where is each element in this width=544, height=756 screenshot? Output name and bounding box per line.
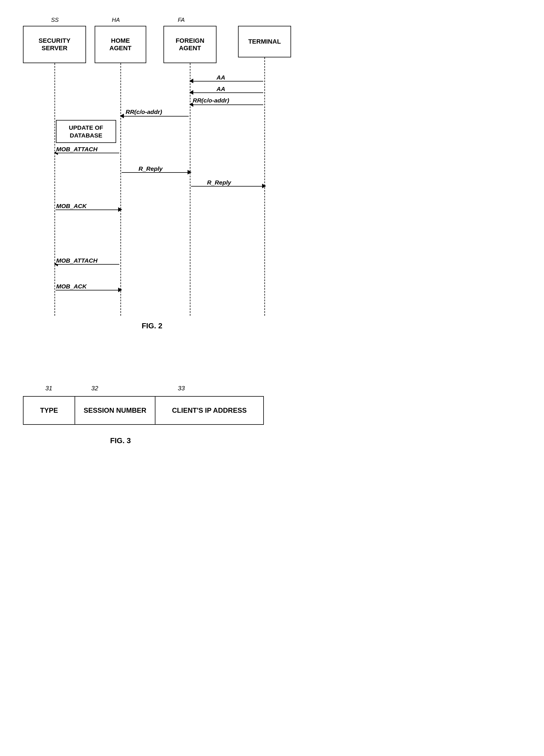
foreign-agent-box: FOREIGNAGENT xyxy=(164,26,217,63)
r-reply-1-head xyxy=(188,170,192,175)
r-reply-2-label: R_Reply xyxy=(207,179,231,186)
fig3-session-cell: SESSION NUMBER xyxy=(75,396,155,425)
mob-ack-2-line xyxy=(56,290,119,290)
rr-ha-line xyxy=(122,116,189,117)
ha-dashed-line xyxy=(121,63,121,316)
security-server-box: SECURITYSERVER xyxy=(23,26,86,63)
rr-ha-label: RR(c/o-addr) xyxy=(126,108,162,115)
fig3-clients-ip-label: CLIENT'S IP ADDRESS xyxy=(172,406,247,414)
foreign-agent-label: FOREIGNAGENT xyxy=(176,37,204,52)
rr-fa-terminal-line xyxy=(191,104,263,105)
fig3-num-33: 33 xyxy=(178,385,185,392)
mob-attach-2-line xyxy=(56,264,119,265)
fa-dashed-line xyxy=(190,63,191,316)
ha-tick-label: HA xyxy=(112,17,120,23)
r-reply-1-line xyxy=(122,172,189,173)
security-server-label: SECURITYSERVER xyxy=(38,37,70,52)
mob-attach-1-label: MOB_ATTACH xyxy=(56,146,98,153)
r-reply-1-label: R_Reply xyxy=(139,165,163,172)
aa-label-1: AA xyxy=(217,74,225,81)
fig3-session-label: SESSION NUMBER xyxy=(84,406,147,414)
aa-arrow-1-line xyxy=(191,81,263,82)
update-database-box: UPDATE OFDATABASE xyxy=(56,120,116,143)
aa-arrow-2-head xyxy=(189,90,193,95)
r-reply-2-line xyxy=(191,186,263,187)
mob-ack-1-line xyxy=(56,210,119,210)
update-database-label: UPDATE OFDATABASE xyxy=(69,124,103,139)
mob-ack-1-label: MOB_ACK xyxy=(56,203,87,210)
rr-ha-head xyxy=(120,114,124,118)
aa-label-2: AA xyxy=(217,86,225,92)
terminal-label: TERMINAL xyxy=(248,38,281,45)
aa-arrow-2-line xyxy=(191,92,263,93)
mob-attach-1-line xyxy=(56,153,119,153)
ss-tick-label: SS xyxy=(51,17,59,23)
terminal-box: TERMINAL xyxy=(238,26,291,57)
ss-dashed-line xyxy=(55,63,55,316)
rr-fa-terminal-label: RR(c/o-addr) xyxy=(193,97,229,104)
fa-tick-label: FA xyxy=(178,17,185,23)
diagram-container: SS HA FA SECURITYSERVER HOMEAGENT FOREIG… xyxy=(0,0,544,756)
fig3-type-label: TYPE xyxy=(40,406,58,414)
r-reply-2-head xyxy=(262,184,266,188)
fig3-type-cell: TYPE xyxy=(23,396,75,425)
mob-ack-2-label: MOB_ACK xyxy=(56,283,87,290)
fig3-num-31: 31 xyxy=(45,385,52,392)
fig3-num-32: 32 xyxy=(91,385,98,392)
aa-arrow-1-head xyxy=(189,79,193,83)
fig2-label: FIG. 2 xyxy=(123,321,181,330)
mob-ack-1-head xyxy=(118,207,122,212)
mob-attach-2-label: MOB_ATTACH xyxy=(56,257,98,264)
home-agent-label: HOMEAGENT xyxy=(110,37,132,52)
mob-ack-2-head xyxy=(118,288,122,292)
fig3-clients-ip-cell: CLIENT'S IP ADDRESS xyxy=(155,396,264,425)
home-agent-box: HOMEAGENT xyxy=(95,26,146,63)
fig3-label: FIG. 3 xyxy=(92,436,149,445)
